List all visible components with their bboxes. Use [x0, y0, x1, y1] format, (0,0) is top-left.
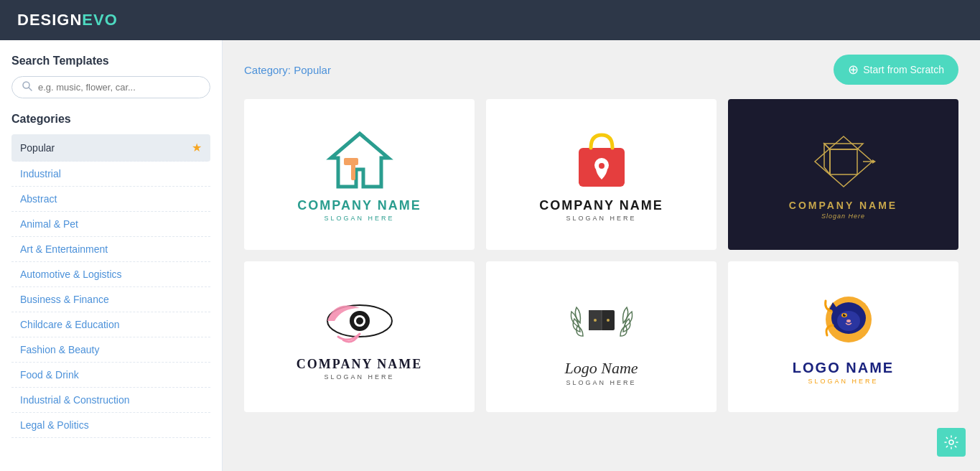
- card-company-name-4: COMPANY NAME: [297, 357, 422, 372]
- svg-point-28: [844, 314, 846, 315]
- svg-rect-4: [344, 158, 358, 165]
- category-name: Popular: [294, 64, 331, 76]
- logo-image-5: [559, 287, 645, 359]
- logo-card-4[interactable]: COMPANY NAME SLOGAN HERE: [244, 261, 475, 412]
- content-area: Category: Popular ⊕ Start from Scratch C…: [223, 40, 980, 471]
- category-label: Category: Popular: [244, 64, 331, 76]
- sidebar-item-label: Popular: [20, 142, 55, 154]
- svg-point-21: [594, 319, 597, 322]
- logo-image-6: [804, 289, 883, 354]
- sidebar-item-animal-pet[interactable]: Animal & Pet: [11, 212, 210, 237]
- logo-evo-text: EVO: [82, 11, 117, 29]
- app-header: DESIGNEVO: [0, 0, 980, 40]
- svg-marker-13: [872, 159, 876, 164]
- sidebar-item-art-entertainment[interactable]: Art & Entertainment: [11, 237, 210, 262]
- content-header: Category: Popular ⊕ Start from Scratch: [244, 55, 958, 85]
- svg-point-7: [599, 163, 605, 169]
- logo-card-2[interactable]: COMPANY NAME SLOGAN HERE: [486, 99, 717, 250]
- card-slogan-5: SLOGAN HERE: [566, 379, 636, 386]
- sidebar-item-industrial-construction[interactable]: Industrial & Construction: [11, 388, 210, 413]
- card-company-name-1: COMPANY NAME: [297, 198, 421, 213]
- categories-title: Categories: [11, 113, 210, 126]
- start-scratch-label: Start from Scratch: [863, 64, 944, 75]
- sidebar-item-legal-politics[interactable]: Legal & Politics: [11, 413, 210, 438]
- card-company-name-6: LOGO NAME: [793, 360, 894, 376]
- gear-icon: [944, 435, 958, 449]
- svg-line-1: [29, 88, 32, 90]
- card-company-name-2: COMPANY NAME: [539, 198, 663, 213]
- search-input[interactable]: [38, 82, 200, 93]
- logo-card-6[interactable]: LOGO NAME SLOGAN HERE: [728, 261, 958, 412]
- sidebar-item-business-finance[interactable]: Business & Finance: [11, 287, 210, 312]
- settings-button[interactable]: [937, 428, 966, 457]
- sidebar-item-abstract[interactable]: Abstract: [11, 187, 210, 212]
- card-slogan-1: SLOGAN HERE: [324, 215, 394, 222]
- start-from-scratch-button[interactable]: ⊕ Start from Scratch: [834, 55, 958, 85]
- search-title: Search Templates: [11, 55, 210, 67]
- sidebar-item-food-drink[interactable]: Food & Drink: [11, 363, 210, 388]
- svg-point-31: [949, 440, 953, 444]
- sidebar-item-industrial[interactable]: Industrial: [11, 162, 210, 187]
- logo-grid: COMPANY NAME SLOGAN HERE COMPANY NAME SL…: [244, 99, 958, 412]
- sidebar-item-childcare-education[interactable]: Childcare & Education: [11, 312, 210, 337]
- logo-design-text: DESIGN: [17, 11, 82, 29]
- search-icon: [22, 81, 32, 93]
- svg-marker-2: [331, 134, 388, 187]
- main-layout: Search Templates Categories Popular ★ In…: [0, 40, 980, 471]
- svg-point-17: [356, 317, 363, 325]
- card-company-name-3: COMPANY NAME: [789, 200, 897, 211]
- card-slogan-3: Slogan Here: [821, 213, 865, 220]
- card-slogan-4: SLOGAN HERE: [324, 373, 394, 381]
- logo-image-3: [804, 129, 883, 194]
- svg-point-22: [607, 319, 610, 322]
- logo-card-1[interactable]: COMPANY NAME SLOGAN HERE: [244, 99, 475, 250]
- plus-circle-icon: ⊕: [848, 62, 859, 78]
- card-slogan-6: SLOGAN HERE: [808, 378, 878, 385]
- sidebar-item-popular[interactable]: Popular ★: [11, 134, 210, 162]
- logo-card-5[interactable]: Logo Name SLOGAN HERE: [486, 261, 717, 412]
- svg-rect-9: [830, 149, 857, 174]
- star-icon: ★: [192, 141, 202, 154]
- logo-image-4: [313, 294, 406, 351]
- card-slogan-2: SLOGAN HERE: [566, 215, 636, 222]
- sidebar-item-automotive-logistics[interactable]: Automotive & Logistics: [11, 262, 210, 287]
- card-logo-name-5: Logo Name: [564, 359, 638, 378]
- search-box: [11, 76, 210, 98]
- logo-image-2: [566, 128, 638, 192]
- logo-image-1: [324, 128, 396, 192]
- sidebar: Search Templates Categories Popular ★ In…: [0, 40, 223, 471]
- logo-card-3[interactable]: COMPANY NAME Slogan Here: [728, 99, 958, 250]
- sidebar-item-fashion-beauty[interactable]: Fashion & Beauty: [11, 337, 210, 363]
- svg-point-29: [846, 320, 851, 322]
